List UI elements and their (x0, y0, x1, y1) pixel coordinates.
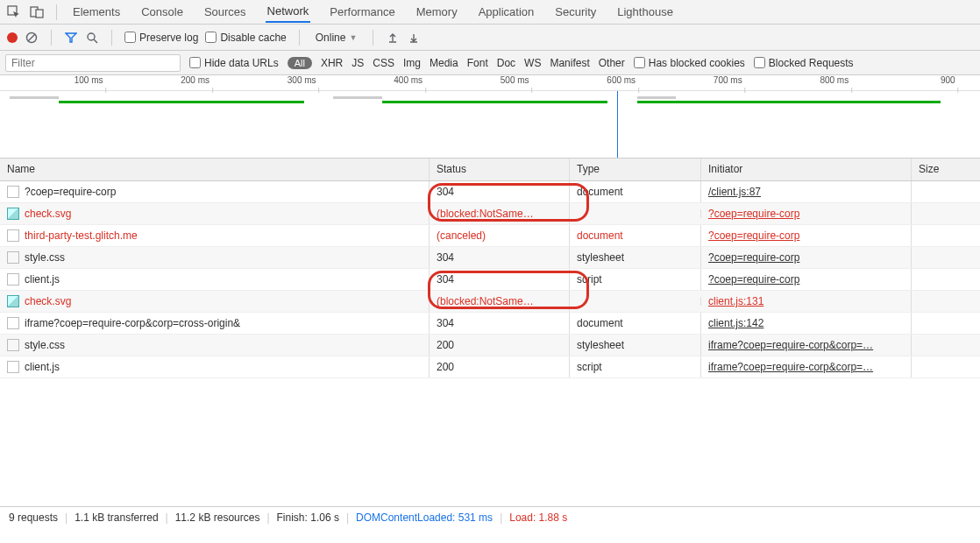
tab-lighthouse[interactable]: Lighthouse (615, 2, 675, 22)
filter-type-all[interactable]: All (288, 57, 312, 69)
device-toggle-icon[interactable] (28, 4, 46, 21)
request-status: (blocked:NotSame… (430, 203, 570, 224)
requests-table: Name Status Type Initiator Size ?coep=re… (0, 159, 980, 506)
tab-elements[interactable]: Elements (71, 2, 122, 22)
filter-type-ws[interactable]: WS (524, 57, 541, 69)
network-toolbar: Preserve log Disable cache Online ▼ (0, 25, 980, 51)
request-size (912, 297, 980, 306)
column-status[interactable]: Status (430, 159, 570, 180)
initiator-link[interactable]: iframe?coep=require-corp&corp=… (708, 361, 873, 373)
search-icon[interactable] (85, 31, 99, 45)
throttling-select[interactable]: Online ▼ (312, 30, 361, 46)
table-header: Name Status Type Initiator Size (0, 159, 980, 181)
timeline-bars (0, 96, 980, 100)
filter-type-manifest[interactable]: Manifest (550, 57, 589, 69)
upload-har-icon[interactable] (386, 31, 400, 45)
request-size (912, 363, 980, 371)
filter-type-media[interactable]: Media (430, 57, 458, 69)
preserve-log-checkbox[interactable]: Preserve log (124, 32, 198, 44)
time-tick: 400 ms (394, 75, 426, 85)
tab-network[interactable]: Network (266, 1, 311, 23)
column-initiator[interactable]: Initiator (701, 159, 912, 180)
chevron-down-icon: ▼ (349, 33, 357, 42)
blocked-requests-label: Blocked Requests (769, 57, 854, 69)
request-name: client.js (25, 273, 60, 286)
has-blocked-cookies-checkbox[interactable]: Has blocked cookies (634, 57, 745, 69)
request-name: ?coep=require-corp (25, 186, 116, 198)
request-type: script (570, 269, 701, 290)
column-size[interactable]: Size (912, 159, 980, 180)
blocked-requests-checkbox[interactable]: Blocked Requests (754, 57, 854, 69)
filter-type-font[interactable]: Font (467, 57, 488, 69)
initiator-link[interactable]: ?coep=require-corp (708, 273, 799, 286)
initiator-link[interactable]: client.js:131 (708, 295, 763, 307)
request-type: script (570, 356, 701, 377)
column-type[interactable]: Type (570, 159, 701, 180)
request-type: document (570, 225, 701, 246)
request-name: style.css (25, 339, 65, 351)
tab-performance[interactable]: Performance (328, 2, 396, 22)
filter-type-doc[interactable]: Doc (497, 57, 515, 69)
initiator-link[interactable]: ?coep=require-corp (708, 208, 799, 220)
record-button[interactable] (7, 32, 18, 43)
file-icon (7, 317, 19, 329)
clear-icon[interactable] (25, 31, 39, 45)
file-icon (7, 295, 19, 307)
timeline-overview[interactable]: 100 ms200 ms300 ms400 ms500 ms600 ms700 … (0, 75, 980, 159)
table-row[interactable]: check.svg(blocked:NotSame…?coep=require-… (0, 203, 980, 225)
request-status: (canceled) (430, 225, 570, 246)
tab-application[interactable]: Application (477, 2, 536, 22)
request-size (912, 209, 980, 218)
filter-bar: Hide data URLs AllXHRJSCSSImgMediaFontDo… (0, 51, 980, 75)
file-icon (7, 361, 19, 373)
table-row[interactable]: client.js200scriptiframe?coep=require-co… (0, 356, 980, 378)
separator (51, 30, 52, 46)
file-icon (7, 229, 19, 242)
table-row[interactable]: client.js304script?coep=require-corp (0, 269, 980, 291)
svg-line-4 (28, 34, 35, 41)
table-row[interactable]: style.css304stylesheet?coep=require-corp (0, 247, 980, 269)
request-status: 304 (430, 181, 570, 202)
initiator-link[interactable]: ?coep=require-corp (708, 229, 799, 242)
request-size (912, 275, 980, 284)
tab-console[interactable]: Console (139, 2, 185, 22)
time-tick: 300 ms (288, 75, 320, 85)
preserve-log-label: Preserve log (139, 32, 198, 44)
inspect-element-icon[interactable] (5, 4, 23, 21)
filter-icon[interactable] (64, 31, 78, 45)
disable-cache-checkbox[interactable]: Disable cache (205, 32, 286, 44)
filter-type-js[interactable]: JS (352, 57, 364, 69)
separator (299, 30, 300, 46)
request-name: style.css (25, 251, 65, 264)
request-status: 304 (430, 247, 570, 268)
initiator-link[interactable]: client.js:142 (708, 317, 763, 329)
request-status: (blocked:NotSame… (430, 291, 570, 312)
filter-type-xhr[interactable]: XHR (321, 57, 343, 69)
svg-line-6 (94, 39, 97, 43)
table-body: ?coep=require-corp304document/client.js:… (0, 181, 980, 506)
download-har-icon[interactable] (407, 31, 421, 45)
initiator-link[interactable]: /client.js:87 (708, 186, 761, 198)
has-blocked-cookies-label: Has blocked cookies (649, 57, 745, 69)
table-row[interactable]: iframe?coep=require-corp&corp=cross-orig… (0, 313, 980, 335)
filter-type-other[interactable]: Other (599, 57, 625, 69)
table-row[interactable]: style.css200stylesheetiframe?coep=requir… (0, 335, 980, 356)
column-name[interactable]: Name (0, 159, 430, 180)
hide-data-urls-checkbox[interactable]: Hide data URLs (189, 57, 279, 69)
filter-input[interactable] (5, 54, 181, 72)
table-row[interactable]: third-party-test.glitch.me(canceled)docu… (0, 225, 980, 247)
request-status: 200 (430, 356, 570, 377)
request-size (912, 187, 980, 196)
tab-security[interactable]: Security (553, 2, 598, 22)
filter-type-css[interactable]: CSS (373, 57, 394, 69)
tab-sources[interactable]: Sources (202, 2, 248, 22)
table-row[interactable]: check.svg(blocked:NotSame…client.js:131 (0, 291, 980, 313)
file-icon (7, 251, 19, 264)
initiator-link[interactable]: ?coep=require-corp (708, 251, 799, 264)
request-type: document (570, 313, 701, 334)
table-row[interactable]: ?coep=require-corp304document/client.js:… (0, 181, 980, 203)
tab-memory[interactable]: Memory (415, 2, 459, 22)
initiator-link[interactable]: iframe?coep=require-corp&corp=… (708, 339, 873, 351)
time-ruler: 100 ms200 ms300 ms400 ms500 ms600 ms700 … (0, 75, 980, 91)
filter-type-img[interactable]: Img (403, 57, 421, 69)
